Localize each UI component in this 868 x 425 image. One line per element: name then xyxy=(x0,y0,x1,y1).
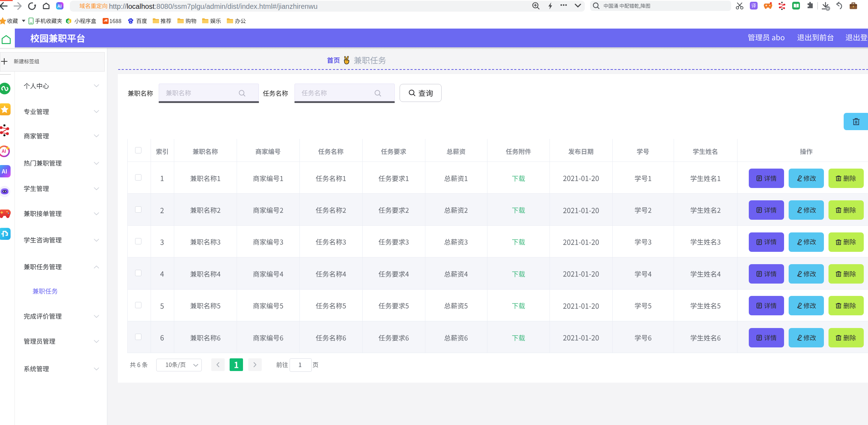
svg-text:P: P xyxy=(68,20,69,23)
